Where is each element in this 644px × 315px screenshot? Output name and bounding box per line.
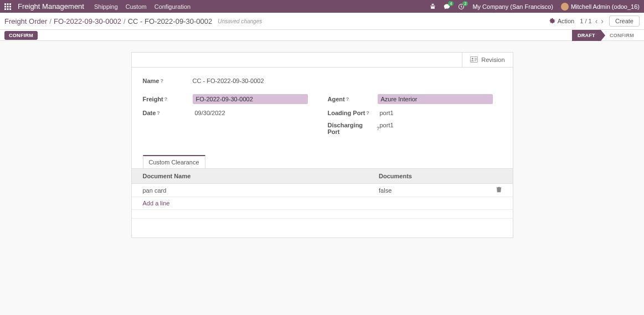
value-discharging-port[interactable]: port1 [380,122,394,135]
menu-configuration[interactable]: Configuration [154,3,190,10]
menu-custom[interactable]: Custom [126,3,147,10]
gift-icon[interactable] [430,3,436,9]
svg-rect-12 [475,58,477,59]
status-stages: DRAFT CONFIRM [572,30,640,41]
user-name: Mitchell Admin (odoo_16) [571,3,640,10]
value-loading-port[interactable]: port1 [380,110,394,116]
form-sheet: Revision Name? CC - FO-2022-09-30-0002 F… [131,52,513,238]
svg-rect-13 [475,59,477,60]
nav-menu: Shipping Custom Configuration [94,3,190,10]
cell-doc-name[interactable]: pan card [132,184,368,197]
input-freight[interactable]: FO-2022-09-30-0002 [193,94,308,104]
label-discharging-port: Discharging Port? [328,122,380,135]
field-loading-port: Loading Port? port1 [328,110,502,116]
svg-rect-8 [9,8,11,10]
col-delete [485,169,513,184]
cell-delete[interactable] [485,184,513,197]
action-button[interactable]: Action [549,18,575,25]
breadcrumb-root[interactable]: Freight Order [4,17,47,25]
input-date[interactable]: 09/30/2022 [193,110,225,116]
field-name: Name? CC - FO-2022-09-30-0002 [143,78,502,84]
create-button[interactable]: Create [609,16,640,27]
confirm-button[interactable]: CONFIRM [4,31,38,40]
trash-icon[interactable] [496,187,502,194]
action-label: Action [558,18,575,24]
svg-point-11 [472,58,473,59]
add-line-link[interactable]: Add a line [143,200,170,206]
tabs: Custom Clearance Document Name Documents… [132,155,513,219]
svg-rect-6 [4,8,6,10]
messages-badge: 4 [448,1,454,6]
breadcrumb: Freight Order / FO-2022-09-30-0002 / CC … [4,17,262,25]
blank-row [132,210,513,219]
company-selector[interactable]: My Company (San Francisco) [472,3,553,10]
svg-rect-0 [4,3,6,5]
svg-rect-5 [9,6,11,7]
activities-badge: 2 [462,1,468,6]
col-documents: Documents [368,169,485,184]
cell-documents[interactable]: false [368,184,485,197]
sheet-header: Revision [132,53,513,68]
pager-text: 1 / 1 [580,18,591,24]
apps-icon[interactable] [4,3,11,10]
user-menu[interactable]: Mitchell Admin (odoo_16) [561,3,640,11]
field-date: Date? 09/30/2022 [143,110,317,116]
messages-icon[interactable]: 4 [444,3,450,10]
status-bar: CONFIRM DRAFT CONFIRM [0,30,644,41]
svg-rect-1 [7,3,9,5]
col-document-name: Document Name [132,169,368,184]
field-agent: Agent? Azure Interior [328,94,502,104]
revision-label: Revision [481,56,504,63]
label-freight: Freight? [143,94,193,104]
tab-list: Custom Clearance [132,155,513,168]
label-date: Date? [143,110,193,116]
svg-rect-7 [7,8,9,10]
pager-next[interactable]: › [601,17,604,25]
svg-rect-4 [7,6,9,7]
revision-button[interactable]: Revision [462,53,512,67]
pager-prev[interactable]: ‹ [595,17,598,25]
navbar-right: 4 2 My Company (San Francisco) Mitchell … [430,3,640,11]
col-right: Agent? Azure Interior Loading Port? port… [328,94,502,141]
two-col: Freight? FO-2022-09-30-0002 Date? 09/30/… [143,94,502,141]
add-line-row: Add a line [132,197,513,210]
stage-confirm[interactable]: CONFIRM [601,30,640,41]
footer-space [132,219,513,237]
id-card-icon [470,56,478,64]
stage-draft[interactable]: DRAFT [572,30,601,41]
table-row[interactable]: pan card false [132,184,513,197]
control-bar: Freight Order / FO-2022-09-30-0002 / CC … [0,13,644,30]
pager: 1 / 1 ‹ › [580,17,604,25]
label-name: Name? [143,78,193,84]
unsaved-indicator: Unsaved changes [218,18,262,24]
form-container: Revision Name? CC - FO-2022-09-30-0002 F… [0,41,644,249]
field-freight: Freight? FO-2022-09-30-0002 [143,94,317,104]
app-name[interactable]: Freight Management [18,2,84,11]
activities-icon[interactable]: 2 [458,3,465,10]
sheet-body: Name? CC - FO-2022-09-30-0002 Freight? F… [132,68,513,146]
label-loading-port: Loading Port? [328,110,380,116]
breadcrumb-sep: / [123,17,126,25]
navbar-left: Freight Management Shipping Custom Confi… [4,2,190,11]
field-discharging-port: Discharging Port? port1 [328,122,502,135]
svg-rect-2 [9,3,11,5]
control-right: Action 1 / 1 ‹ › Create [549,16,640,27]
breadcrumb-sep: / [49,17,51,25]
gear-icon [549,18,555,25]
breadcrumb-current: CC - FO-2022-09-30-0002 [128,17,212,25]
menu-shipping[interactable]: Shipping [94,3,118,10]
avatar [561,3,569,11]
documents-table: Document Name Documents pan card false [132,168,513,219]
svg-rect-3 [4,6,6,7]
input-agent[interactable]: Azure Interior [378,94,493,104]
navbar: Freight Management Shipping Custom Confi… [0,0,644,13]
svg-rect-14 [475,60,476,61]
col-left: Freight? FO-2022-09-30-0002 Date? 09/30/… [143,94,317,141]
value-name: CC - FO-2022-09-30-0002 [193,78,264,84]
label-agent: Agent? [328,94,378,104]
breadcrumb-parent[interactable]: FO-2022-09-30-0002 [54,17,121,25]
tab-custom-clearance[interactable]: Custom Clearance [143,155,205,168]
